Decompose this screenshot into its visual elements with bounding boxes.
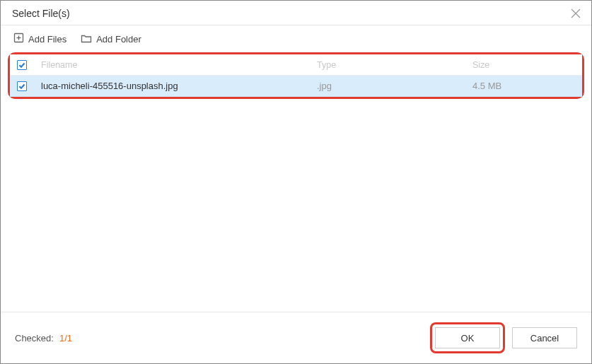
checked-count: 1/1 [59,333,72,344]
toolbar: Add Files Add Folder [1,25,591,51]
row-checkbox[interactable] [17,81,27,91]
select-all-cell [10,60,34,70]
table-row[interactable]: luca-micheli-455516-unsplash.jpg .jpg 4.… [10,76,582,97]
close-icon[interactable] [570,8,581,19]
cell-filename: luca-micheli-455516-unsplash.jpg [34,81,317,91]
header-size[interactable]: Size [444,60,582,70]
add-files-button[interactable]: Add Files [13,33,66,45]
cell-size: 4.5 MB [444,81,582,91]
ok-button-highlight: OK [430,322,505,353]
row-checkbox-cell [10,81,34,91]
plus-box-icon [13,33,24,45]
dialog-title: Select File(s) [12,8,70,19]
footer: Checked: 1/1 OK Cancel [1,312,591,363]
add-folder-button[interactable]: Add Folder [81,33,141,45]
header-filename[interactable]: Filename [34,60,317,70]
select-all-checkbox[interactable] [17,60,27,70]
spacer [1,99,591,312]
checked-label: Checked: [15,333,54,344]
cancel-button[interactable]: Cancel [512,327,577,348]
file-table-highlight: Filename Type Size luca-micheli-455516-u… [8,52,584,99]
folder-icon [81,33,92,45]
header-type[interactable]: Type [317,60,444,70]
table-header-row: Filename Type Size [10,54,582,76]
file-table: Filename Type Size luca-micheli-455516-u… [10,54,582,97]
titlebar: Select File(s) [1,1,591,25]
cell-type: .jpg [317,81,444,91]
add-files-label: Add Files [28,34,66,45]
add-folder-label: Add Folder [96,34,141,45]
ok-button[interactable]: OK [435,327,500,348]
